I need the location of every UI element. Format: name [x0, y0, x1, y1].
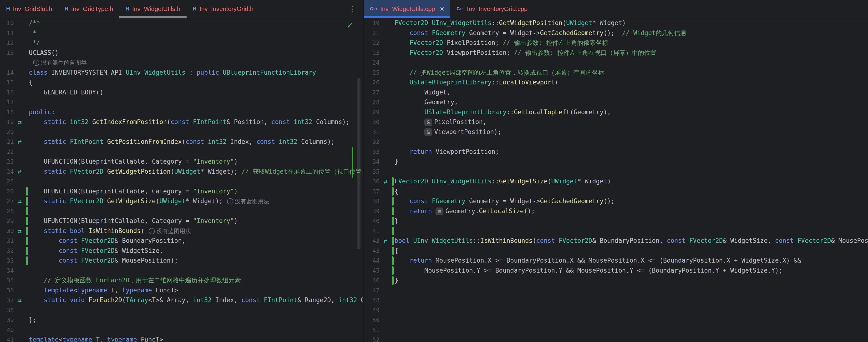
- code-line[interactable]: 29 UFUNCTION(BlueprintCallable, Category…: [0, 216, 363, 226]
- code-line[interactable]: 20: [0, 127, 363, 137]
- line-number[interactable]: 24: [0, 167, 14, 177]
- code-line[interactable]: 21⇄ static FIntPoint GetPositionFromInde…: [0, 137, 363, 147]
- code-line[interactable]: 28 Geometry,: [364, 97, 868, 107]
- code-line[interactable]: 37{: [364, 187, 868, 197]
- line-number[interactable]: 36: [0, 285, 14, 295]
- tab-inv-inventorygrid-h[interactable]: HInv_InventoryGrid.h: [187, 0, 260, 18]
- line-number[interactable]: 26: [366, 78, 379, 88]
- code-line[interactable]: 23 UFUNCTION(BlueprintCallable, Category…: [0, 157, 363, 167]
- code-line[interactable]: 15{: [0, 78, 363, 88]
- line-number[interactable]: 19: [366, 18, 379, 28]
- code-line[interactable]: 26 UFUNCTION(BlueprintCallable, Category…: [0, 187, 363, 197]
- code-line[interactable]: 39};: [0, 315, 363, 325]
- code-line[interactable]: 39 return ≡Geometry.GetLocalSize();: [364, 206, 868, 216]
- code-line[interactable]: 51: [364, 325, 868, 335]
- line-number[interactable]: 46: [366, 276, 379, 285]
- line-number[interactable]: 44: [366, 256, 379, 266]
- code-line[interactable]: 40}: [364, 216, 868, 226]
- line-number[interactable]: 26: [0, 187, 14, 197]
- tab-inv-inventorygrid-cpp[interactable]: C++Inv_InventoryGrid.cpp: [450, 0, 533, 18]
- line-number[interactable]: 33: [366, 147, 379, 157]
- code-line[interactable]: 37⇄ static void ForEach2D(TArray<T>& Arr…: [0, 295, 363, 305]
- line-number[interactable]: 37: [0, 295, 14, 305]
- line-number[interactable]: 40: [0, 325, 14, 335]
- code-line[interactable]: 10/**: [0, 18, 363, 28]
- code-line[interactable]: 18public:: [0, 107, 363, 117]
- code-line[interactable]: 35 // 定义模板函数 ForEach2D，用于在二维网格中遍历并处理数组元素: [0, 276, 363, 285]
- line-number[interactable]: 31: [366, 127, 379, 137]
- code-line[interactable]: 45 MousePosition.Y >= BoundaryPosition.Y…: [364, 266, 868, 276]
- line-number[interactable]: 35: [366, 167, 379, 177]
- blueprint-usage-hint[interactable]: i没有蓝图用法: [227, 198, 269, 205]
- scrollbar-thumb[interactable]: [357, 78, 361, 250]
- line-number[interactable]: 33: [0, 256, 14, 266]
- code-line[interactable]: 23 FVector2D ViewportPosition; // 输出参数: …: [364, 48, 868, 58]
- code-line[interactable]: 28: [0, 206, 363, 216]
- line-number[interactable]: 41: [0, 335, 14, 342]
- line-number[interactable]: 11: [0, 28, 14, 38]
- code-line[interactable]: 21 const FGeometry Geometry = Widget->Ge…: [364, 28, 868, 38]
- line-number[interactable]: 45: [366, 266, 379, 276]
- line-number[interactable]: 22: [366, 38, 379, 48]
- inspections-ok-icon[interactable]: ✓: [347, 21, 353, 30]
- code-line[interactable]: 29 USlateBlueprintLibrary::GetLocalTopLe…: [364, 107, 868, 117]
- line-number[interactable]: 38: [0, 305, 14, 315]
- code-vision-arrows-icon[interactable]: ⇄: [14, 137, 26, 147]
- line-number[interactable]: 16: [0, 88, 14, 97]
- code-line[interactable]: 30 &PixelPosition,: [364, 117, 868, 127]
- code-line[interactable]: 14class INVENTORYSYSTEM_API UInv_WidgetU…: [0, 68, 363, 78]
- line-number[interactable]: 29: [366, 107, 379, 117]
- code-vision-arrows-icon[interactable]: ⇄: [14, 196, 26, 206]
- line-number[interactable]: 13: [0, 48, 14, 58]
- code-line[interactable]: 32: [364, 137, 868, 147]
- inlay-hint-line[interactable]: i没有派生的蓝图类: [0, 58, 363, 68]
- line-number[interactable]: 23: [366, 48, 379, 58]
- tab-inv-gridslot-h[interactable]: HInv_GridSlot.h: [0, 0, 58, 18]
- line-number[interactable]: 41: [366, 226, 379, 236]
- code-line[interactable]: 16 GENERATED_BODY(): [0, 88, 363, 97]
- editor-right-cpp-file[interactable]: 19FVector2D UInv_WidgetUtils::GetWidgetP…: [364, 18, 868, 342]
- line-number[interactable]: 14: [0, 68, 14, 78]
- line-number[interactable]: 25: [366, 68, 379, 78]
- code-line[interactable]: 36 template<typename T, typename FuncT>: [0, 285, 363, 295]
- code-line[interactable]: 44 return MousePosition.X >= BoundaryPos…: [364, 256, 868, 266]
- line-number[interactable]: 12: [0, 38, 14, 48]
- code-line[interactable]: 27⇄ static FVector2D GetWidgetSize(UWidg…: [0, 196, 363, 206]
- line-number[interactable]: 27: [366, 88, 379, 97]
- blueprint-usage-hint[interactable]: i没有派生的蓝图类: [33, 59, 87, 66]
- editor-left-header-file[interactable]: 10/**11 *12 */13UCLASS()i没有派生的蓝图类14class…: [0, 18, 363, 342]
- line-number[interactable]: 35: [0, 276, 14, 285]
- line-number[interactable]: 31: [0, 236, 14, 246]
- code-line[interactable]: 19FVector2D UInv_WidgetUtils::GetWidgetP…: [364, 18, 868, 28]
- code-line[interactable]: 38 const FGeometry Geometry = Widget->Ge…: [364, 196, 868, 206]
- line-number[interactable]: 15: [0, 78, 14, 88]
- line-number[interactable]: 37: [366, 187, 379, 197]
- code-line[interactable]: 13UCLASS(): [0, 48, 363, 58]
- line-number[interactable]: 50: [366, 315, 379, 325]
- code-line[interactable]: 33 return ViewportPosition;: [364, 147, 868, 157]
- code-line[interactable]: 24: [364, 58, 868, 68]
- code-line[interactable]: 35: [364, 167, 868, 177]
- code-line[interactable]: 36⇄FVector2D UInv_WidgetUtils::GetWidget…: [364, 176, 868, 187]
- line-number[interactable]: 32: [0, 246, 14, 256]
- code-vision-arrows-icon[interactable]: ⇄: [14, 117, 26, 127]
- code-line[interactable]: 22: [0, 147, 363, 157]
- line-number[interactable]: 39: [366, 206, 379, 216]
- code-line[interactable]: 25: [0, 176, 363, 187]
- code-line[interactable]: 24⇄ static FVector2D GetWidgetPosition(U…: [0, 167, 363, 177]
- line-number[interactable]: 42: [366, 236, 379, 246]
- code-line[interactable]: 48: [364, 295, 868, 305]
- code-vision-arrows-icon[interactable]: ⇄: [379, 176, 392, 187]
- line-number[interactable]: 23: [0, 157, 14, 167]
- code-line[interactable]: 30⇄ static bool IsWithinBounds(i没有蓝图用法: [0, 226, 363, 236]
- line-number[interactable]: 18: [0, 107, 14, 117]
- code-line[interactable]: 32 const FVector2D& WidgetSize,: [0, 246, 363, 256]
- blueprint-usage-hint[interactable]: i没有蓝图用法: [149, 228, 191, 234]
- code-line[interactable]: 34: [0, 266, 363, 276]
- line-number[interactable]: 30: [366, 117, 379, 127]
- line-number[interactable]: 28: [0, 206, 14, 216]
- line-number[interactable]: 34: [366, 157, 379, 167]
- code-line[interactable]: 25 // 把Widget局部空间的左上角位置，转换成视口（屏幕）空间的坐标: [364, 68, 868, 78]
- line-number[interactable]: 19: [0, 117, 14, 127]
- tab-inv-widgetutils-h[interactable]: HInv_WidgetUtils.h: [119, 0, 187, 18]
